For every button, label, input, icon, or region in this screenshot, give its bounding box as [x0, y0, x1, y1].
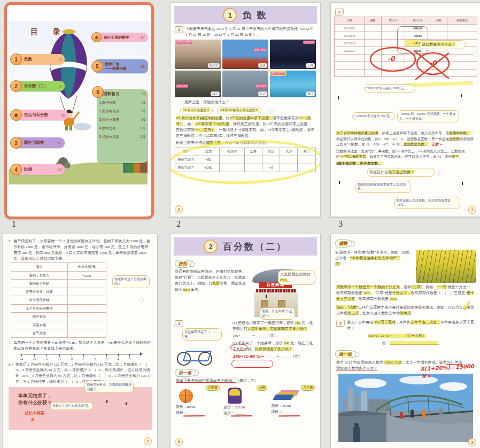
where-else-discussion: 你还在什么地方见过负数？ 我在妈妈的家庭收支账本上见过负数。 我在冰箱上见过负数…	[334, 168, 477, 213]
boy-figure	[338, 97, 349, 120]
highlighter-check-icon: ✓	[460, 298, 474, 316]
problem-6-number: 6.	[9, 238, 11, 261]
bubble-opposite: “500.00”和“-500.00”正好相反，一个是存入，一个是支出。	[397, 110, 459, 122]
toc-review-sub: 1.数与代数72	[99, 101, 145, 105]
exercise-number-badge: 1	[174, 320, 183, 327]
fairy-icon	[266, 107, 272, 114]
chapter-title: 百分数（二）	[223, 241, 287, 253]
problem-7-text: 如果把一个人先向东走 5 m 记作 +5 m，那么这个人又走 -4 m 是什么意…	[13, 340, 152, 352]
reading-rule-paragraph: 负数的读法是：先读“负”，再读数。如 -3 读作负三，-⅜ 读作负八分之三。正数…	[336, 149, 475, 160]
father-figure	[295, 290, 306, 313]
product-basketball: 六五折 原价：80.00 现价：______	[176, 385, 220, 416]
thumbnail-page-baifenshu[interactable]: 2 百分数（二） 折扣 商店有时降价出售商品，叫做打折扣销售，俗称“打折”。几折…	[170, 234, 321, 448]
practice-label: 做一做	[335, 350, 358, 358]
thumbnail-page-fushu-3[interactable]: 2 日期摘要支出(-)存入(+)余额存取网点201201052000.00201…	[330, 2, 480, 217]
chengshu-intro: 农业收成，经常用“成数”来表示。例如，报纸上写道：“今年我省油菜籽比去年增产二成…	[335, 250, 413, 283]
red-mark-1: -0	[388, 55, 394, 63]
photo-changsha: 0℃~6℃ 长沙	[222, 71, 268, 97]
bubble-bike-cost: 买这辆车只花了（ ）元。	[182, 328, 222, 341]
toc-item-shenghuo: ★ 生活与百分数 16	[12, 110, 68, 120]
toc-item-yuanzhu: 3 圆柱与圆锥 17	[12, 137, 65, 148]
girl-figure	[462, 183, 473, 205]
photo-haikou: 12℃~20℃ 海口	[270, 71, 316, 97]
formula-1: 180×______＝______（元）	[233, 333, 316, 339]
fairy-icon	[435, 169, 441, 176]
toc-item-shuxueguangjiao: 5 数学广角——鸽巢问题 68	[94, 59, 148, 73]
toc-item-bili: 4 比例 40	[12, 164, 65, 175]
bubble-negatives-in-life: 负数在生活中有很多应用。	[50, 402, 93, 410]
formula-2: 160×(1-90 %)=______＝______（元）	[233, 354, 316, 360]
exercise-number-badge: 1	[174, 26, 183, 33]
chengshu-definition: 成数表示一个数是另一个数的十分之几，通称“几成”。例如，“一成”就是十分之一，改…	[336, 284, 475, 303]
boy-figure	[107, 401, 118, 423]
observe-question: 观察上图，你能发现什么？	[184, 99, 229, 105]
problem-2-text: 某工厂去年用电 350 万千瓦时，今年比去年节电二成五，今年用电多少万千瓦时？	[347, 320, 475, 331]
basketball-icon	[179, 389, 193, 403]
city-photo-grid: -27℃~-19℃ 哈尔滨 -5℃~5℃ 北京 0℃~8℃ 上海 -3℃~3℃ …	[175, 40, 316, 97]
boy-figure	[339, 182, 350, 204]
thumbnail-page-fushu[interactable]: 1 负 数 1 下面是中央气象台 2012 年 1 月 21 日下午发布的六个城…	[170, 2, 321, 217]
zero-rule: 0既不是正数，也不是负数。	[336, 161, 475, 167]
bubble-withdraw-500: “-500.00”表示支出 500 元。	[352, 112, 395, 120]
temperature-table: 城市北京哈尔滨上海武汉长沙海口最高气温/℃-4C最低气温/℃-13C-3	[175, 148, 315, 172]
photo-shanghai: 0℃~8℃ 上海	[270, 40, 316, 69]
bubble-freezer: 我在冰箱上见过负数，冷冻室的温度是 -18℃。	[394, 197, 460, 209]
toc-review-sub: 3.统计与概率96	[99, 118, 145, 122]
red-handwriting-x: X＝	[422, 373, 431, 380]
problem-6-text: 春节快要到了，小雪要做一个 2 月份的家庭收支计划。爸妈工资收入为 5200 元…	[13, 238, 152, 261]
page-number: 2	[175, 205, 183, 213]
bubble-85-percent: 八五折就是原价的 85%。	[278, 270, 315, 285]
toc-item-number: 1	[10, 53, 22, 65]
problem-8-number: 8.*	[9, 362, 13, 385]
practice-prompt: 算出下面各物品打折后出售的价钱。（单位：元）	[176, 378, 315, 384]
books-icon	[273, 395, 294, 400]
chapter-header: 2 百分数（二）	[174, 237, 317, 256]
chengshu-section-label: 成数	[335, 240, 353, 248]
toc-item-zixingche: ★ 自行车里的数学 67	[94, 33, 148, 42]
temp-label: -27℃~-19℃	[176, 41, 192, 44]
table-prompt: 根据上图中的信息填写下表，并说一说各数表示的意思。	[176, 140, 315, 146]
bicycle-illustration: 买这辆车只花了（ ）元。	[175, 327, 224, 367]
toc-review-sub: 2.图形与几何86	[99, 109, 145, 114]
girl-figure-2	[461, 95, 472, 118]
question-1-text: (1) 爸爸给小丽买了一辆自行车，原价 180 元，现在商店打八五折出售。买这辆…	[233, 320, 316, 332]
fairy-icon	[136, 296, 142, 303]
exercise-number-badge: 2	[336, 320, 345, 327]
fairy-icon	[470, 50, 476, 57]
practice-label: 做一做	[175, 369, 197, 377]
discount-paragraph: 商店有时降价出售商品，叫做打折扣销售，俗称“打折”。几折就表示十分之几，也就是百…	[175, 269, 248, 320]
bubble-account-book: 我在妈妈的家庭收支账本上见过负数。	[355, 181, 411, 193]
thumbnail-page-exercises[interactable]: 6. 春节快要到了，小雪要做一个 2 月份的家庭收支计划。爸妈工资收入为 520…	[3, 234, 158, 448]
answer-line: 答：__________________________。	[382, 341, 480, 346]
chapter-number-badge: 1	[223, 8, 237, 22]
product-books: 八八折 原价：35.00 现价：______	[271, 385, 315, 416]
unit-summary-box: 本单元结束了， 你有什么收获？ 成长小档案 ★ 我会用标有正、负数的直线解决问题…	[9, 387, 152, 430]
chapter-number-badge: 2	[204, 240, 218, 253]
product-backpack: 七折 原价：105.00 现价：______	[223, 385, 267, 416]
bridge-photo	[338, 374, 473, 442]
page-number: 8	[175, 438, 183, 446]
discount-products: 六五折 原价：80.00 现价：______ 七折 原价：105.00 现价：_…	[174, 385, 317, 416]
page-number: 9	[468, 438, 476, 446]
photo-haerbin: -27℃~-19℃ 哈尔滨	[175, 40, 221, 69]
chapter-title: 负 数	[242, 9, 267, 21]
bubble-number-line-skill: 我会用标有正、负数的直线解决问题了。	[84, 381, 134, 393]
speech-bubble-minus3: -3℃和3℃各表示什么意思？	[217, 107, 261, 114]
problem-2-formula: 350×(1-25 %) =______（万千瓦时）	[368, 333, 480, 339]
red-circle-formula	[231, 360, 273, 368]
backpack-icon	[228, 388, 242, 404]
rapeseed-photo	[416, 250, 476, 283]
bubble-balance-question: 你能算出这个月的余额吗？	[112, 275, 150, 288]
positive-negative-paragraph: 为了表示两种相反意义的量，如零上温度和零下温度、收入与支出等，需要用两种数。一种…	[336, 130, 475, 148]
thumbnail-label-1: 1	[12, 219, 16, 229]
red-mark-2: -0	[429, 59, 436, 67]
discount-chip: 六五折	[206, 385, 220, 391]
exercise-number-badge: 2	[335, 9, 344, 16]
question-2-text: (2) 爸爸买了一个随身听，原价 160 元，现在只花了九折的钱。比原价便宜了多…	[233, 341, 316, 352]
page-number: 7	[144, 437, 152, 445]
thumbnail-label-2: 2	[176, 219, 181, 229]
thumbnail-page-toc[interactable]: 目录 1 负数 2 2 百分数（二） 8 ★ 生活与百分数 16 3 圆柱与圆锥…	[4, 2, 154, 219]
thumbnail-page-chengshu[interactable]: 成数 农业收成，经常用“成数”来表示。例如，报纸上写道：“今年我省油菜籽比去年增…	[330, 234, 480, 448]
girl-figure	[414, 88, 425, 110]
kids-discussion: “2000.00”表示存入 2000 元。 “-500.00”表示支出 500 …	[334, 79, 477, 129]
